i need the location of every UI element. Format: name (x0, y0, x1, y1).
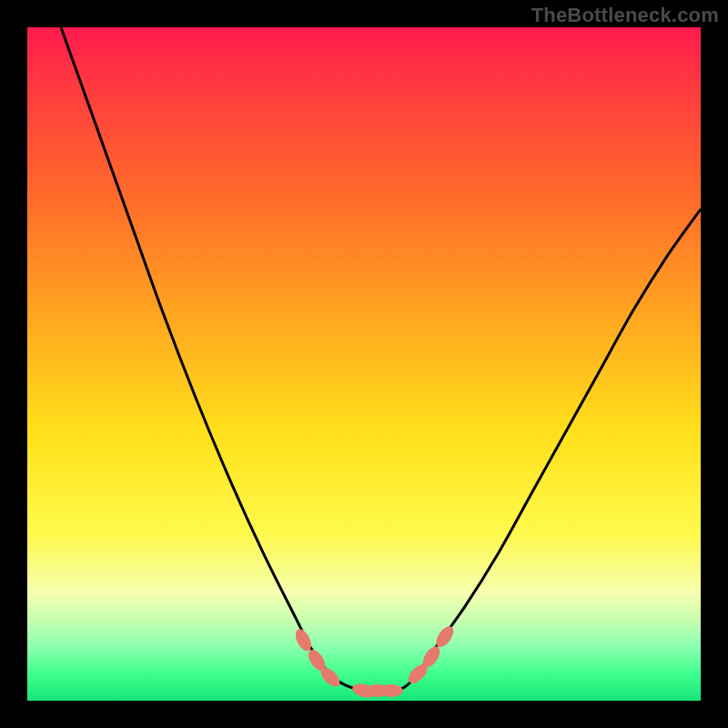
curve-marker (379, 684, 403, 697)
watermark-text: TheBottleneck.com (531, 4, 719, 27)
curve-layer (27, 27, 701, 701)
plot-area (27, 27, 701, 701)
bottleneck-curve (61, 27, 701, 691)
curve-group (61, 27, 701, 691)
chart-frame: TheBottleneck.com (0, 0, 728, 728)
marker-group (292, 623, 457, 700)
